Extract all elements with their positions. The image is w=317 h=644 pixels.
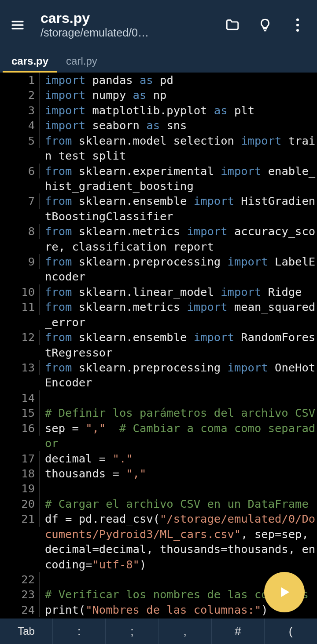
line-number: 9 (0, 254, 40, 269)
line-number: 10 (0, 284, 40, 299)
code-content[interactable]: from sklearn.metrics import mean_squared… (40, 299, 317, 330)
code-line[interactable]: 10from sklearn.linear_model import Ridge (0, 284, 317, 299)
code-content[interactable]: from sklearn.model_selection import trai… (40, 133, 317, 164)
tab-bar: cars.pycarl.py (0, 50, 317, 73)
code-line[interactable]: 13from sklearn.preprocessing import OneH… (0, 360, 317, 390)
line-number: 19 (0, 481, 40, 496)
line-number: 15 (0, 405, 40, 420)
play-icon (277, 585, 292, 600)
code-content[interactable]: from sklearn.preprocessing import OneHot… (40, 360, 317, 390)
code-line[interactable]: 15# Definir los parámetros del archivo C… (0, 405, 317, 420)
file-path: /storage/emulated/0… (41, 26, 173, 39)
open-folder-button[interactable] (218, 11, 247, 39)
line-number: 11 (0, 299, 40, 314)
line-number: 2 (0, 87, 40, 102)
code-line[interactable]: 4import seaborn as sns (0, 118, 317, 133)
code-editor[interactable]: 1import pandas as pd2import numpy as np3… (0, 73, 317, 619)
code-content[interactable] (40, 481, 317, 496)
code-content[interactable]: from sklearn.ensemble import RandomFores… (40, 330, 317, 360)
code-content[interactable]: df = pd.read_csv("/storage/emulated/0/Do… (40, 511, 317, 572)
code-line[interactable]: 19 (0, 481, 317, 496)
line-number: 16 (0, 421, 40, 436)
code-line[interactable]: 9from sklearn.preprocessing import Label… (0, 254, 317, 284)
file-title: cars.py (41, 11, 218, 26)
code-content[interactable]: # Definir los parámetros del archivo CSV (40, 405, 317, 420)
lightbulb-icon (258, 18, 273, 33)
code-content[interactable]: # Cargar el archivo CSV en un DataFrame (40, 496, 317, 511)
code-content[interactable]: thousands = "," (40, 466, 317, 481)
overflow-button[interactable] (284, 11, 312, 39)
code-content[interactable]: import numpy as np (40, 87, 317, 102)
header-bar: cars.py /storage/emulated/0… (0, 0, 317, 50)
code-content[interactable]: import seaborn as sns (40, 118, 317, 133)
line-number: 20 (0, 496, 40, 511)
folder-icon (225, 18, 240, 33)
line-number: 4 (0, 118, 40, 133)
code-content[interactable]: decimal = "." (40, 451, 317, 466)
code-line[interactable]: 5from sklearn.model_selection import tra… (0, 133, 317, 164)
key-symbol-2[interactable]: ; (106, 619, 158, 644)
line-number: 1 (0, 73, 40, 87)
code-line[interactable]: 3import matplotlib.pyplot as plt (0, 103, 317, 118)
code-content[interactable]: sep = "," # Cambiar a coma como separado… (40, 421, 317, 451)
code-line[interactable]: 14 (0, 390, 317, 405)
code-line[interactable]: 8from sklearn.metrics import accuracy_sc… (0, 224, 317, 254)
line-number: 12 (0, 330, 40, 345)
line-number: 23 (0, 587, 40, 602)
code-content[interactable]: from sklearn.ensemble import HistGradien… (40, 193, 317, 224)
line-number: 8 (0, 224, 40, 239)
line-number: 17 (0, 451, 40, 466)
line-number: 7 (0, 193, 40, 208)
kebab-icon (296, 18, 299, 32)
line-number: 24 (0, 602, 40, 617)
code-line[interactable]: 18thousands = "," (0, 466, 317, 481)
code-line[interactable]: 7from sklearn.ensemble import HistGradie… (0, 193, 317, 224)
run-button[interactable] (264, 572, 305, 612)
key-symbol-5[interactable]: ( (265, 619, 317, 644)
symbol-row: Tab:;,#( (0, 619, 317, 644)
code-content[interactable]: from sklearn.preprocessing import LabelE… (40, 254, 317, 284)
line-number: 6 (0, 164, 40, 178)
code-line[interactable]: 11from sklearn.metrics import mean_squar… (0, 299, 317, 330)
line-number: 14 (0, 390, 40, 405)
code-content[interactable]: import pandas as pd (40, 73, 317, 87)
code-content[interactable]: from sklearn.metrics import accuracy_sco… (40, 224, 317, 254)
code-content[interactable]: from sklearn.experimental import enable_… (40, 164, 317, 194)
line-number: 18 (0, 466, 40, 481)
line-number: 13 (0, 360, 40, 375)
title-block: cars.py /storage/emulated/0… (41, 11, 218, 39)
code-line[interactable]: 12from sklearn.ensemble import RandomFor… (0, 330, 317, 360)
code-line[interactable]: 2import numpy as np (0, 87, 317, 102)
line-number: 22 (0, 572, 40, 587)
tips-button[interactable] (251, 11, 279, 39)
key-symbol-3[interactable]: , (158, 619, 211, 644)
code-line[interactable]: 17decimal = "." (0, 451, 317, 466)
menu-button[interactable] (5, 13, 30, 37)
line-number: 3 (0, 103, 40, 118)
code-line[interactable]: 21df = pd.read_csv("/storage/emulated/0/… (0, 511, 317, 572)
key-symbol-1[interactable]: : (53, 619, 106, 644)
code-content[interactable]: import matplotlib.pyplot as plt (40, 103, 317, 118)
code-line[interactable]: 1import pandas as pd (0, 73, 317, 87)
header-actions (218, 11, 312, 39)
code-line[interactable]: 16sep = "," # Cambiar a coma como separa… (0, 421, 317, 451)
key-symbol-4[interactable]: # (212, 619, 265, 644)
code-content[interactable]: from sklearn.linear_model import Ridge (40, 284, 317, 299)
line-number: 5 (0, 133, 40, 148)
tab-carl-py[interactable]: carl.py (57, 50, 106, 73)
line-number: 21 (0, 511, 40, 526)
key-tab[interactable]: Tab (0, 619, 53, 644)
code-line[interactable]: 6from sklearn.experimental import enable… (0, 164, 317, 194)
tab-cars-py[interactable]: cars.py (3, 50, 57, 73)
code-content[interactable] (40, 390, 317, 405)
code-line[interactable]: 20# Cargar el archivo CSV en un DataFram… (0, 496, 317, 511)
hamburger-icon (11, 18, 25, 32)
